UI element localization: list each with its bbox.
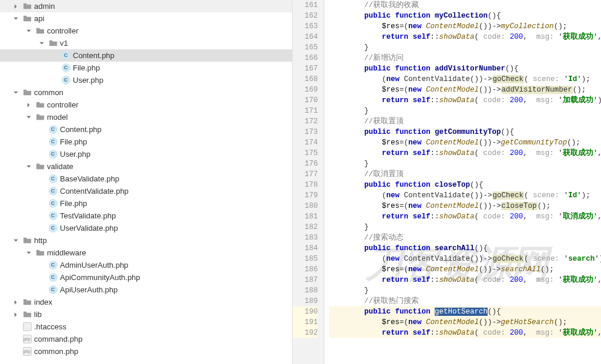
line-number[interactable]: 168 xyxy=(293,74,318,85)
chevron-down-icon[interactable] xyxy=(25,113,33,122)
code-line[interactable]: //新增访问 xyxy=(329,53,601,63)
line-number[interactable]: 172 xyxy=(293,116,318,127)
line-number[interactable]: 192 xyxy=(293,328,318,338)
tree-file[interactable]: CApiUserAuth.php xyxy=(0,284,292,296)
tree-file[interactable]: CFile.php xyxy=(0,136,292,148)
chevron-right-icon[interactable] xyxy=(12,298,20,306)
line-number[interactable]: 184 xyxy=(293,243,318,254)
tree-folder[interactable]: middleware xyxy=(0,247,292,259)
tree-file[interactable]: CTestValidate.php xyxy=(0,210,292,222)
chevron-right-icon[interactable] xyxy=(25,101,33,109)
code-editor[interactable]: 1611621631641651661671681691701711721731… xyxy=(293,0,601,364)
line-number[interactable]: 190 xyxy=(293,306,318,317)
code-line[interactable]: //搜索动态 xyxy=(329,232,601,243)
tree-folder[interactable]: model xyxy=(0,111,292,123)
tree-file[interactable]: CFile.php xyxy=(0,62,292,74)
code-line[interactable]: } xyxy=(329,42,601,53)
tree-folder[interactable]: validate xyxy=(0,160,292,173)
code-line[interactable]: return self::showData( code: 200, msg: '… xyxy=(329,148,601,159)
tree-file[interactable]: CContent.php xyxy=(0,123,292,136)
code-line[interactable]: (new ContentValidate())->goCheck( scene:… xyxy=(329,74,601,85)
line-number[interactable]: 173 xyxy=(293,127,318,137)
code-line[interactable]: //取消置顶 xyxy=(329,169,601,180)
line-number[interactable]: 179 xyxy=(293,190,318,201)
tree-folder[interactable]: lib xyxy=(0,308,292,321)
code-line[interactable]: //获取热门搜索 xyxy=(329,296,601,306)
line-number[interactable]: 162 xyxy=(293,11,318,21)
line-number[interactable]: 164 xyxy=(293,32,318,42)
code-line[interactable]: return self::showData( code: 200, msg: '… xyxy=(329,211,601,222)
line-number[interactable]: 185 xyxy=(293,254,318,264)
tree-folder[interactable]: common xyxy=(0,86,292,99)
chevron-down-icon[interactable] xyxy=(12,237,20,245)
tree-file[interactable]: .htaccess xyxy=(0,321,292,333)
code-line[interactable]: return self::showData( code: 200, msg: '… xyxy=(329,32,601,42)
tree-file[interactable]: CFile.php xyxy=(0,197,292,210)
line-number[interactable]: 175 xyxy=(293,148,318,159)
chevron-down-icon[interactable] xyxy=(25,163,33,171)
code-line[interactable]: $res=(new ContentModel())->myCollection(… xyxy=(329,21,601,32)
line-number[interactable]: 187 xyxy=(293,275,318,285)
line-number[interactable]: 177 xyxy=(293,169,318,180)
tree-folder[interactable]: http xyxy=(0,234,292,247)
code-line[interactable]: return self::showData( code: 200, msg: '… xyxy=(329,95,601,106)
tree-folder[interactable]: v1 xyxy=(0,37,292,49)
line-number[interactable]: 183 xyxy=(293,232,318,243)
code-line[interactable]: public function addVisitorNumber(){ xyxy=(329,63,601,74)
line-number[interactable]: 165 xyxy=(293,42,318,53)
code-line[interactable]: } xyxy=(329,106,601,116)
line-number[interactable]: 178 xyxy=(293,180,318,190)
chevron-down-icon[interactable] xyxy=(25,249,33,257)
code-line[interactable]: //获取我的收藏 xyxy=(329,0,601,11)
line-number[interactable]: 166 xyxy=(293,53,318,63)
line-number[interactable]: 174 xyxy=(293,137,318,148)
tree-folder[interactable]: index xyxy=(0,296,292,308)
line-number[interactable]: 169 xyxy=(293,85,318,95)
chevron-down-icon[interactable] xyxy=(12,15,20,23)
chevron-right-icon[interactable] xyxy=(12,2,20,11)
tree-file[interactable]: CApiCommunityAuth.php xyxy=(0,271,292,284)
code-line[interactable]: public function searchAll(){ xyxy=(329,243,601,254)
code-area[interactable]: 刀客资源网 //获取我的收藏 public function myCollect… xyxy=(324,0,601,364)
line-number[interactable]: 161 xyxy=(293,0,318,11)
tree-folder[interactable]: controller xyxy=(0,25,292,37)
code-line[interactable]: } xyxy=(329,159,601,169)
line-number[interactable]: 171 xyxy=(293,106,318,116)
tree-file[interactable]: phpcommon.php xyxy=(0,345,292,358)
tree-file[interactable]: CUser.php xyxy=(0,148,292,160)
line-number[interactable]: 176 xyxy=(293,159,318,169)
code-line[interactable]: (new ContentValidate())->goCheck( scene:… xyxy=(329,190,601,201)
line-number[interactable]: 163 xyxy=(293,21,318,32)
code-line[interactable]: } xyxy=(329,285,601,296)
tree-folder[interactable]: admin xyxy=(0,0,292,12)
line-number[interactable]: 182 xyxy=(293,222,318,232)
code-line[interactable]: } xyxy=(329,222,601,232)
tree-file[interactable]: phpcommand.php xyxy=(0,333,292,345)
code-line[interactable]: $res=(new ContentModel())->getHotSearch(… xyxy=(329,317,601,328)
project-tree[interactable]: adminapicontrollerv1CContent.phpCFile.ph… xyxy=(0,0,293,364)
code-line[interactable]: public function closeTop(){ xyxy=(329,180,601,190)
line-number[interactable]: 170 xyxy=(293,95,318,106)
code-line[interactable]: public function myCollection(){ xyxy=(329,11,601,21)
code-line[interactable]: $res=(new ContentModel())->searchAll(); xyxy=(329,264,601,275)
code-line[interactable]: (new ContentValidate())->goCheck( scene:… xyxy=(329,254,601,264)
line-number[interactable]: 189 xyxy=(293,296,318,306)
line-number[interactable]: 180 xyxy=(293,201,318,211)
tree-file[interactable]: CAdminUserAuth.php xyxy=(0,259,292,271)
line-number[interactable]: 186 xyxy=(293,264,318,275)
line-number[interactable]: 191 xyxy=(293,317,318,328)
code-line[interactable]: public function getCommunityTop(){ xyxy=(329,127,601,137)
line-number[interactable]: 188 xyxy=(293,285,318,296)
code-line[interactable]: return self::showData( code: 200, msg: '… xyxy=(329,328,601,338)
chevron-down-icon[interactable] xyxy=(12,89,20,97)
tree-folder[interactable]: controller xyxy=(0,99,292,111)
chevron-right-icon[interactable] xyxy=(12,311,20,319)
code-line[interactable]: //获取置顶 xyxy=(329,116,601,127)
tree-file[interactable]: CContentValidate.php xyxy=(0,185,292,197)
code-line[interactable]: return self::showData( code: 200, msg: '… xyxy=(329,275,601,285)
tree-file[interactable]: CBaseValidate.php xyxy=(0,173,292,185)
tree-file[interactable]: CContent.php xyxy=(0,49,292,62)
code-line[interactable]: $res=(new ContentModel())->getCommunityT… xyxy=(329,137,601,148)
chevron-down-icon[interactable] xyxy=(25,27,33,35)
tree-file[interactable]: CUserValidate.php xyxy=(0,222,292,234)
